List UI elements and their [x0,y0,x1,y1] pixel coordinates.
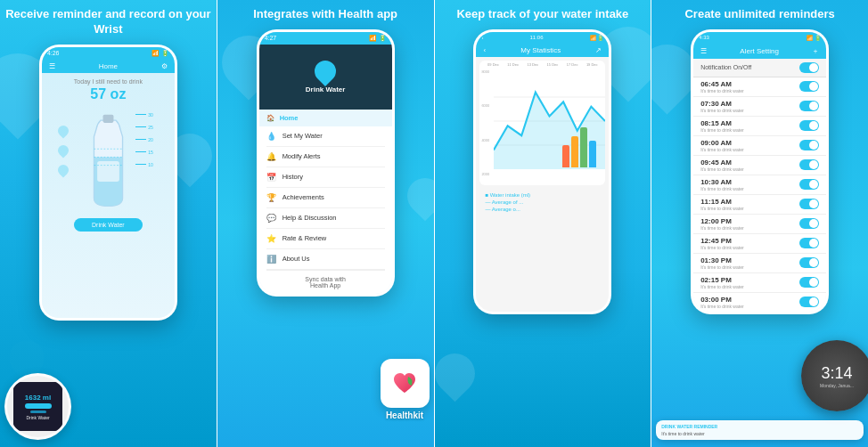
watch-mockup: 1632 ml Drink Water [4,373,71,440]
alert-row-6[interactable]: 11:15 AMIt's time to drink water [693,195,826,215]
header-title-1: Home [99,62,118,70]
menu-item-help[interactable]: 💬 Help & Discussion [266,208,385,229]
panel-statistics: Keep track of your water intake ‹ 11:06 … [435,0,651,447]
menu-item-achievements[interactable]: 🏆 Achievements [266,188,385,208]
phone-mockup-3: ‹ 11:06 📶 🔋 ‹ My Statistics ↗ 09 Dec11 D… [473,29,611,314]
menu-item-alerts[interactable]: 🔔 Modify Alerts [266,147,385,167]
drink-water-button[interactable]: Drink Water [74,218,143,232]
status-icons-2: 📶 🔋 [369,35,387,42]
clock-overlay: 3:14 Monday, Janua... [801,340,868,411]
toggle-10[interactable] [799,277,819,288]
toggle-7[interactable] [799,218,819,229]
alert-row-8[interactable]: 12:45 PMIt's time to drink water [693,234,826,254]
menu-history-label: History [283,173,303,181]
toggle-9[interactable] [799,257,819,268]
alert-row-4[interactable]: 09:45 AMIt's time to drink water [693,156,826,175]
drink-text: Today I still need to drink [47,78,169,85]
watch-drink-label: Drink Water [26,415,49,420]
bar-4 [589,141,596,167]
alert-row-2[interactable]: 08:15 AMIt's time to drink water [693,117,826,136]
legend-1: ■ Water intake (ml) [485,192,600,198]
drop-3 [55,162,70,177]
notif-message: It's time to drink water [661,431,858,436]
notification-header: Notification On/Off [693,59,826,77]
menu-achievements-label: Achievements [283,193,324,201]
status-time-2: 4:27 [265,35,277,41]
scale-20: 20 [135,137,153,142]
panel-health: Integrates with Health app 4:27 📶 🔋 Drin… [217,0,434,447]
status-time-3: 11:06 [530,35,544,41]
clock-date: Monday, Janua... [820,383,854,388]
phone-mockup-1: 4:26 📶 🔋 ☰ Home ⚙ Today I still need to … [39,45,177,321]
scale-15: 15 [135,150,153,155]
bottle-area: 30 25 20 15 10 [47,108,169,215]
status-bar-2: 4:27 📶 🔋 [259,32,392,45]
toggle-0[interactable] [799,81,819,92]
header-title-4: Alert Setting [740,47,779,55]
app-name: Drink Water [306,85,346,93]
bottle-svg [84,112,133,210]
panel-reminders: Create unlimited reminders 4:33 📶 🔋 ☰ Al… [651,0,868,447]
alert-row-1[interactable]: 07:30 AMIt's time to drink water [693,97,826,117]
alert-row-5[interactable]: 10:30 AMIt's time to drink water [693,175,826,195]
notification-toggle[interactable] [799,62,819,73]
watch-bar [25,403,52,409]
alert-row-7[interactable]: 12:00 PMIt's time to drink water [693,215,826,234]
alert-icon: 🔔 [266,151,277,162]
history-icon: 📅 [266,172,277,183]
gear-icon-1: ⚙ [161,62,168,70]
alert-row-3[interactable]: 09:00 AMIt's time to drink water [693,136,826,156]
stats-title-header: My Statistics [489,46,592,54]
alert-row-0[interactable]: 06:45 AMIt's time to drink water [693,77,826,97]
home-menu-label: Home [280,114,299,122]
scale-30: 30 [135,112,153,118]
toggle-6[interactable] [799,199,819,209]
chart-dates: 09 Dec11 Dec13 Dec15 Dec17 Dec19 Dec [479,61,605,69]
toggle-4[interactable] [799,159,819,170]
star-icon: ⭐ [266,233,277,244]
phone1-header: ☰ Home ⚙ [42,60,175,73]
menu-item-water[interactable]: 💧 Set My Water [266,126,385,147]
help-icon: 💬 [266,213,277,224]
alert-row-10[interactable]: 02:15 PMIt's time to drink water [693,273,826,293]
menu-item-history[interactable]: 📅 History [266,167,385,188]
healthkit-icon [381,359,430,408]
scale-lines: 30 25 20 15 10 [135,112,153,167]
status-bar-1: 4:26 📶 🔋 [42,47,175,60]
toggle-1[interactable] [799,101,819,111]
chart-area: 09 Dec11 Dec13 Dec15 Dec17 Dec19 Dec [479,61,605,185]
menu-about-label: About Us [283,255,310,263]
toggle-11[interactable] [799,297,819,307]
toggle-8[interactable] [799,238,819,248]
legend-3: — Average o... [485,207,600,212]
share-icon: ↗ [595,46,602,54]
healthkit-logo: Healthkit [381,359,430,420]
panel-1-title: Receive reminder and record on your Wris… [5,7,211,37]
menu-item-about[interactable]: ℹ️ About Us [266,249,385,270]
toggle-2[interactable] [799,120,819,131]
chevron-left-icon: ‹ [481,35,483,41]
menu-home[interactable]: 🏠 Home [259,110,392,126]
add-icon[interactable]: ＋ [812,46,819,56]
bar-3 [580,127,587,167]
toggle-3[interactable] [799,140,819,150]
svg-rect-2 [97,161,119,182]
bar-chart [562,123,596,167]
toggle-5[interactable] [799,179,819,190]
phone-mockup-2: 4:27 📶 🔋 Drink Water 🏠 Home 💧 Set My Wat… [257,29,395,297]
watch-ml: 1632 ml [25,394,51,402]
drop-1 [55,123,70,138]
menu-item-rate[interactable]: ⭐ Rate & Review [266,229,385,249]
alert-row-11[interactable]: 03:00 PMIt's time to drink water [693,293,826,312]
oz-amount: 57 oz [47,86,169,102]
status-bar-3: ‹ 11:06 📶 🔋 [476,32,609,44]
scale-10: 10 [135,162,153,167]
stats-legend: ■ Water intake (ml) — Average of ... — A… [479,191,605,215]
menu-water-label: Set My Water [283,132,323,140]
water-icon: 💧 [266,131,277,142]
info-icon: ℹ️ [266,254,277,264]
phone1-body: Today I still need to drink 57 oz [42,73,175,318]
menu-icon-1: ☰ [49,62,55,70]
back-icon[interactable]: ‹ [483,46,486,54]
alert-row-9[interactable]: 01:30 PMIt's time to drink water [693,254,826,273]
